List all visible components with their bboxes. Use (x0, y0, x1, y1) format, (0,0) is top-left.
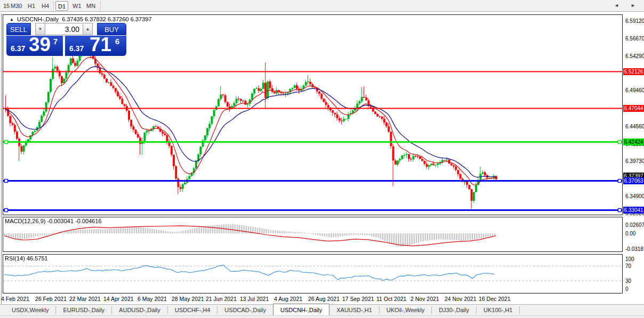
price-tick-label: 6.59120 (625, 18, 644, 24)
tab-bar-lead-space (0, 305, 5, 315)
tab-separator (519, 306, 520, 314)
chart-symbol-period: USDCNH-,Daily (17, 16, 59, 22)
ask-price-prefix: 6.37 (69, 44, 84, 53)
timeframe-button-h4[interactable]: H4 (39, 1, 51, 11)
tab-scroll-left-icon[interactable]: ◄ (614, 3, 619, 8)
toolbar-separator (53, 1, 54, 11)
timeframe-button-d1[interactable]: D1 (55, 1, 68, 11)
date-label: 4 Aug 2021 (274, 296, 302, 302)
price-tick-label: 6.34900 (625, 193, 644, 199)
tab-usdcnh-daily[interactable]: USDCNH-,Daily (273, 304, 329, 315)
price-tick-label: 6.56670 (625, 36, 644, 42)
date-label: 13 Jul 2021 (240, 296, 269, 302)
timeframe-toolbar: 15M30H1H4D1W1MN (0, 0, 644, 12)
date-label: 4 Feb 2021 (1, 296, 29, 302)
date-label: 14 Apr 2021 (103, 296, 134, 302)
tab-scroll-right-icon[interactable]: ► (631, 3, 635, 8)
chart-tab-bar: USDX,WeeklyEURUSD-,DailyAUDUSD-,DailyUSD… (0, 304, 644, 315)
ask-price-pip-digit: 6 (115, 37, 119, 46)
timeframe-button-w1[interactable]: W1 (70, 1, 84, 11)
tab-ukoil-weekly[interactable]: UKOil-,Weekly (380, 305, 431, 315)
date-label: 28 May 2021 (172, 296, 204, 302)
ask-price-panel[interactable]: 6.37 71 6 (65, 36, 126, 56)
price-tick-label: 6.54290 (625, 53, 644, 59)
date-label: 26 Feb 2021 (35, 296, 67, 302)
volume-decrease-button[interactable]: ▼ (35, 23, 45, 35)
tab-dj30-daily[interactable]: DJ30-,Daily (432, 305, 476, 315)
price-tick-label: 6.49460 (625, 87, 644, 93)
rsi-tick-label: 0 (625, 286, 629, 292)
price-tick-label: 6.39730 (625, 158, 644, 164)
date-label: 16 Dec 2021 (479, 296, 511, 302)
tab-eurusd-daily[interactable]: EURUSD-,Daily (56, 305, 111, 315)
date-label: 6 May 2021 (138, 296, 167, 302)
volume-input[interactable] (45, 23, 83, 35)
buy-button[interactable]: BUY (97, 23, 126, 35)
window-left-edge (1, 13, 2, 304)
date-label: 17 Sep 2021 (342, 296, 374, 302)
tab-usdchf-h4[interactable]: USDCHF-,H4 (168, 305, 218, 315)
collapse-panel-icon[interactable]: ▲ (10, 17, 14, 22)
tab-usdcad-daily[interactable]: USDCAD-,Daily (218, 305, 273, 315)
toolbar-separator (100, 1, 101, 11)
tab-audusd-daily[interactable]: AUDUSD-,Daily (112, 305, 167, 315)
one-click-trading-widget: SELL ▼ ▲ BUY 6.37 39 7 6.37 71 6 (5, 23, 127, 56)
date-label: 2 Nov 2021 (410, 296, 439, 302)
bid-price-panel[interactable]: 6.37 39 7 (6, 36, 63, 56)
ask-price-big-digits: 71 (90, 36, 111, 56)
rsi-panel[interactable] (3, 254, 623, 293)
rsi-indicator-label: RSI(14) 46.5751 (5, 255, 48, 262)
macd-tick-label: 0.00 (625, 231, 635, 237)
mt4-terminal: { "toolbar": { "timeframes": [ {"label":… (0, 0, 644, 318)
trade-controls-row: SELL ▼ ▲ BUY (5, 23, 127, 35)
timeframe-button-h1[interactable]: H1 (26, 1, 37, 11)
timeframe-button-mn[interactable]: MN (84, 1, 98, 11)
price-badge-resistance-2: 6.47044 (623, 105, 644, 112)
chart-ohlc-values: 6.37435 6.37832 6.37260 6.37397 (62, 16, 151, 22)
tab-xauusd-h1[interactable]: XAUUSD-,H1 (329, 305, 379, 315)
sell-button[interactable]: SELL (6, 23, 31, 35)
volume-increase-button[interactable]: ▲ (83, 23, 93, 35)
date-label: 11 Oct 2021 (376, 296, 406, 302)
macd-indicator-label: MACD(12,26,9) -0.003041 -0.004616 (5, 218, 102, 224)
price-tick-label: 6.44560 (625, 124, 644, 129)
price-badge-pivot-green: 6.42424 (623, 138, 644, 145)
macd-tick-label: 0.02607 (625, 222, 644, 228)
bid-price-pip-digit: 7 (53, 37, 58, 46)
tab-usdx-weekly[interactable]: USDX,Weekly (5, 305, 55, 315)
tab-uk100-h1[interactable]: UK100-,H1 (477, 305, 519, 315)
price-badge-support-1: 6.37063 (623, 177, 644, 184)
bid-price-prefix: 6.37 (11, 44, 25, 53)
rsi-tick-label: 30 (625, 278, 631, 284)
timeframe-button-m30[interactable]: M30 (9, 1, 24, 11)
rsi-tick-label: 100 (625, 256, 634, 262)
price-badge-support-2: 6.33041 (623, 207, 644, 214)
date-label: 24 Nov 2021 (445, 296, 477, 302)
bid-price-big-digits: 39 (29, 36, 51, 56)
rsi-canvas[interactable] (3, 255, 622, 293)
date-label: 21 Jun 2021 (206, 296, 237, 302)
date-label: 26 Aug 2021 (308, 296, 340, 302)
price-badge-resistance-1: 6.52126 (623, 68, 644, 75)
macd-tick-label: -0.03187 (625, 246, 644, 252)
date-label: 22 Mar 2021 (69, 296, 101, 302)
chart-title: ▲USDCNH-,Daily 6.37435 6.37832 6.37260 6… (10, 16, 152, 22)
rsi-tick-label: 70 (625, 263, 631, 269)
